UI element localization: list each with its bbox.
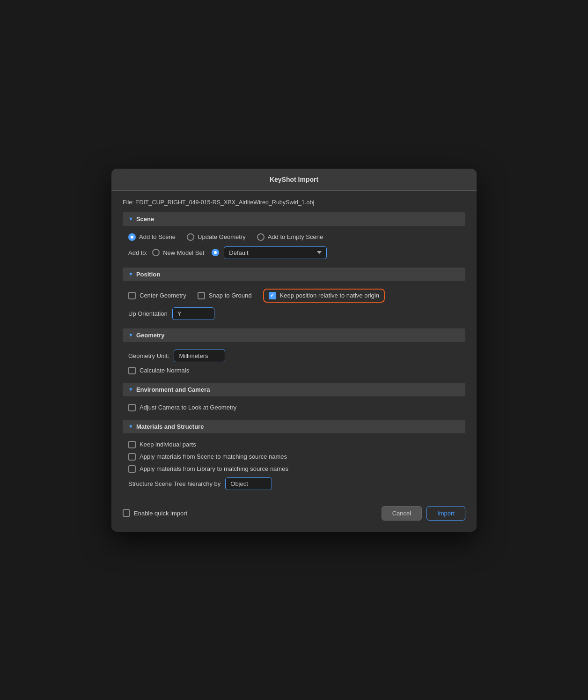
position-section-header: ▼ Position [123,268,465,281]
adjust-camera-label: Adjust Camera to Look at Geometry [140,404,236,411]
radio-add-to-scene-label: Add to Scene [139,233,176,240]
file-label: File: EDIT_CUP_RIGHT_049-015-RS_XBX_Airl… [123,199,465,206]
environment-camera-section-header: ▼ Environment and Camera [123,383,465,396]
structure-label: Structure Scene Tree hierarchy by [128,480,220,487]
apply-from-library-checkbox-item[interactable]: Apply materials from Library to matching… [128,465,460,473]
import-button[interactable]: Import [426,506,465,521]
add-to-row: Add to: New Model Set Default [128,246,460,259]
calculate-normals-label: Calculate Normals [140,367,189,374]
radio-add-to-empty[interactable]: Add to Empty Scene [257,233,323,241]
scene-section-header: ▼ Scene [123,212,465,226]
environment-camera-chevron-icon: ▼ [128,387,133,392]
snap-to-ground-label: Snap to Ground [209,292,252,299]
scene-section: ▼ Scene Add to Scene Update Geometry [123,212,465,266]
dialog-title-bar: KeyShot Import [111,169,477,191]
scene-model-set-dropdown[interactable]: Default [224,246,327,259]
enable-quick-import-checkbox-item[interactable]: Enable quick import [123,509,187,517]
position-section-content: Center Geometry Snap to Ground Keep posi… [123,287,465,327]
dialog-title: KeyShot Import [270,176,318,183]
keep-position-checkbox-item[interactable]: Keep position relative to native origin [263,289,385,303]
radio-default-selected-indicator [212,249,219,256]
keyshot-import-dialog: KeyShot Import File: EDIT_CUP_RIGHT_049-… [111,169,477,532]
center-geometry-label: Center Geometry [140,292,186,299]
center-geometry-checkbox [128,292,136,299]
add-to-label: Add to: [128,249,147,256]
dialog-footer: Enable quick import Cancel Import [111,499,477,521]
materials-structure-section-content: Keep individual parts Apply materials fr… [123,439,465,497]
materials-structure-chevron-icon: ▼ [128,424,133,429]
enable-quick-import-checkbox [123,509,130,517]
snap-to-ground-checkbox-item[interactable]: Snap to Ground [198,292,252,299]
enable-quick-import-label: Enable quick import [134,510,187,517]
calculate-normals-checkbox-item[interactable]: Calculate Normals [128,367,460,374]
radio-new-model-set[interactable]: New Model Set [152,249,204,256]
radio-update-geometry[interactable]: Update Geometry [187,233,246,241]
radio-add-to-empty-label: Add to Empty Scene [268,233,323,240]
apply-from-library-checkbox [128,465,136,473]
apply-from-scene-checkbox [128,453,136,461]
geometry-unit-label: Geometry Unit: [128,352,169,359]
adjust-camera-checkbox [128,404,136,411]
environment-camera-section-title: Environment and Camera [136,386,210,393]
up-orientation-dropdown[interactable]: Y X Z [172,307,214,320]
apply-from-library-label: Apply materials from Library to matching… [140,465,288,472]
radio-update-geometry-indicator [187,233,194,241]
scene-section-content: Add to Scene Update Geometry Add to Empt… [123,231,465,266]
keep-individual-parts-checkbox-item[interactable]: Keep individual parts [128,441,460,448]
up-orientation-row: Up Orientation Y X Z [128,307,460,320]
calculate-normals-checkbox [128,367,136,374]
apply-from-scene-checkbox-item[interactable]: Apply materials from Scene to matching s… [128,453,460,461]
footer-right: Cancel Import [382,506,465,521]
apply-from-scene-label: Apply materials from Scene to matching s… [140,453,287,460]
materials-structure-section-header: ▼ Materials and Structure [123,420,465,433]
position-section-title: Position [136,271,160,278]
radio-add-to-scene-indicator [128,233,136,241]
adjust-camera-checkbox-item[interactable]: Adjust Camera to Look at Geometry [128,404,460,411]
structure-row: Structure Scene Tree hierarchy by Object… [128,477,460,490]
keep-position-label: Keep position relative to native origin [280,292,379,299]
radio-add-to-empty-indicator [257,233,265,241]
materials-structure-section-title: Materials and Structure [136,423,204,430]
structure-dropdown[interactable]: Object Part Material [225,477,272,490]
keep-individual-parts-checkbox [128,441,136,448]
cancel-button[interactable]: Cancel [382,506,422,521]
radio-add-to-scene[interactable]: Add to Scene [128,233,176,241]
radio-new-model-set-indicator [152,249,160,256]
environment-camera-section: ▼ Environment and Camera Adjust Camera t… [123,383,465,418]
scene-section-title: Scene [136,216,154,223]
geometry-unit-dropdown[interactable]: Millimeters Centimeters Meters Inches Fe… [174,350,225,362]
materials-structure-section: ▼ Materials and Structure Keep individua… [123,420,465,497]
position-checkboxes-row: Center Geometry Snap to Ground Keep posi… [128,289,460,303]
environment-camera-section-content: Adjust Camera to Look at Geometry [123,402,465,418]
radio-new-model-set-label: New Model Set [163,249,204,256]
scene-radio-group: Add to Scene Update Geometry Add to Empt… [128,233,460,241]
geometry-section-header: ▼ Geometry [123,328,465,342]
geometry-section: ▼ Geometry Geometry Unit: Millimeters Ce… [123,328,465,381]
geometry-section-content: Geometry Unit: Millimeters Centimeters M… [123,348,465,381]
scene-chevron-icon: ▼ [128,216,133,222]
radio-update-geometry-label: Update Geometry [198,233,246,240]
snap-to-ground-checkbox [198,292,205,299]
keep-individual-parts-label: Keep individual parts [140,441,196,448]
keep-position-checkbox [269,292,276,299]
geometry-unit-row: Geometry Unit: Millimeters Centimeters M… [128,350,460,362]
geometry-chevron-icon: ▼ [128,332,133,338]
up-orientation-label: Up Orientation [128,310,168,317]
footer-left: Enable quick import [123,509,187,517]
position-chevron-icon: ▼ [128,271,133,277]
position-section: ▼ Position Center Geometry Snap to Groun… [123,268,465,327]
center-geometry-checkbox-item[interactable]: Center Geometry [128,292,186,299]
geometry-section-title: Geometry [136,332,165,339]
